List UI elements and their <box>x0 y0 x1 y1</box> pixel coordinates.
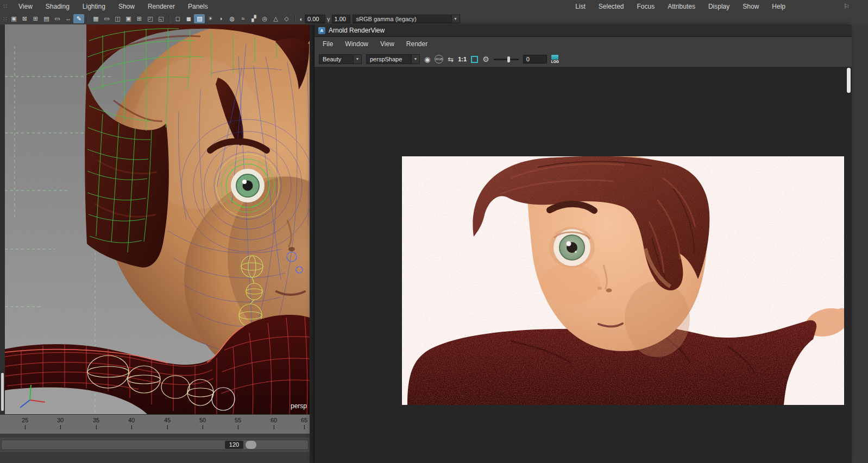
menu-renderer[interactable]: Renderer <box>141 0 181 13</box>
panel-divider[interactable] <box>310 24 314 463</box>
slider-knob[interactable] <box>507 56 510 62</box>
pin-panel-icon[interactable]: ⚐ <box>844 3 850 10</box>
rendered-image <box>402 156 844 405</box>
timeline-tick: 65 <box>301 417 307 429</box>
lock-camera-icon[interactable]: ⊠ <box>19 14 30 23</box>
x-ray-icon[interactable]: ◇ <box>281 14 292 23</box>
timeline-tick: 45 <box>164 417 171 429</box>
timeline-tick: 30 <box>57 417 64 429</box>
aov-value: Beauty <box>319 54 354 64</box>
screen-space-ao-icon[interactable]: ◍ <box>227 14 237 23</box>
textured-icon[interactable]: ▨ <box>194 14 205 23</box>
image-plane-icon[interactable]: ▭ <box>52 14 62 23</box>
anti-aliasing-icon[interactable]: ▞ <box>248 14 259 23</box>
exposure-icon[interactable]: ◐ <box>299 16 303 22</box>
gear-icon[interactable]: ⚙ <box>482 55 489 64</box>
timeline-tick: 60 <box>271 417 277 429</box>
chevron-down-icon[interactable]: ▼ <box>354 54 362 64</box>
render-region-icon[interactable]: ◉ <box>424 56 430 63</box>
timeline-tick: 50 <box>199 417 206 429</box>
range-slider-handle[interactable] <box>246 441 256 449</box>
render-view-canvas[interactable] <box>315 67 852 463</box>
depth-of-field-icon[interactable]: ◎ <box>259 14 270 23</box>
toolbar-separator <box>169 15 169 23</box>
motion-blur-icon[interactable]: ≈ <box>237 14 248 23</box>
end-frame-field[interactable]: 120 <box>225 441 243 449</box>
window-title-bar[interactable]: A Arnold RenderView <box>315 24 852 37</box>
resolution-gate-icon[interactable]: ◫ <box>112 14 123 23</box>
two-d-pan-zoom-icon[interactable]: ↔ <box>62 14 73 23</box>
menu-focus[interactable]: Focus <box>631 0 662 13</box>
crop-region-icon[interactable] <box>471 56 478 63</box>
time-slider[interactable]: 25 30 35 40 45 50 55 60 65 <box>0 414 310 434</box>
isolate-select-icon[interactable]: △ <box>270 14 281 23</box>
menu-selected[interactable]: Selected <box>592 0 631 13</box>
use-all-lights-icon[interactable]: ☀ <box>205 14 216 23</box>
menu-shading[interactable]: Shading <box>39 0 76 13</box>
menu-show-right[interactable]: Show <box>736 0 765 13</box>
timeline-tick-label: 60 <box>271 417 277 423</box>
vertical-scrollbar-thumb[interactable] <box>1 373 4 411</box>
wireframe-icon[interactable]: ◻ <box>172 14 183 23</box>
refinement-slider[interactable] <box>494 59 519 60</box>
menu-view[interactable]: View <box>12 0 39 13</box>
toolbar-grip-icon[interactable]: ∷ <box>3 16 6 22</box>
menu-view[interactable]: View <box>374 37 400 52</box>
safe-action-icon[interactable]: ◰ <box>144 14 155 23</box>
menu-lighting[interactable]: Lighting <box>76 0 112 13</box>
menu-list[interactable]: List <box>569 0 592 13</box>
timeline-tick-label: 65 <box>301 417 307 423</box>
menu-render[interactable]: Render <box>400 37 433 52</box>
viewport-toolbar: ∷ ▣ ⊠ ⊞ ▤ ▭ ↔ ✎ ▦ ▭ ◫ ▣ ⊞ ◰ ◱ ◻ ◼ ▨ ☀ ◗ … <box>0 13 868 24</box>
menu-attributes[interactable]: Attributes <box>661 0 702 13</box>
grease-pencil-icon[interactable]: ✎ <box>73 14 84 23</box>
shaded-icon[interactable]: ◼ <box>183 14 194 23</box>
rgb-channels-icon[interactable]: RGB <box>435 55 443 64</box>
menu-window[interactable]: Window <box>339 37 374 52</box>
camera-dropdown[interactable]: perspShape ▼ <box>366 54 420 64</box>
timeline-tick: 25 <box>22 417 28 429</box>
film-gate-icon[interactable]: ▭ <box>101 14 112 23</box>
menu-file[interactable]: File <box>317 37 339 52</box>
viewport-canvas <box>5 24 310 414</box>
range-slider: 120 <box>0 437 310 452</box>
camera-value: perspShape <box>366 54 412 64</box>
log-button[interactable]: LOG <box>551 55 559 64</box>
range-slider-track[interactable] <box>1 440 309 450</box>
toolbar-separator <box>87 15 87 23</box>
field-chart-icon[interactable]: ⊞ <box>134 14 144 23</box>
chevron-down-icon[interactable]: ▼ <box>412 54 420 64</box>
iterations-field[interactable]: 0 <box>523 55 547 64</box>
shadows-icon[interactable]: ◗ <box>216 14 227 23</box>
exposure-field[interactable]: 0.00 <box>305 15 325 23</box>
chevron-down-icon[interactable]: ▼ <box>451 15 460 23</box>
gamma-field[interactable]: 1.00 <box>332 15 350 23</box>
aov-dropdown[interactable]: Beauty ▼ <box>319 54 362 64</box>
timeline-tick-label: 45 <box>164 417 171 423</box>
maya-menu-bar: ∷ View Shading Lighting Show Renderer Pa… <box>0 0 868 13</box>
log-icon <box>551 55 558 60</box>
zoom-ratio-button[interactable]: 1:1 <box>458 56 467 62</box>
window-title: Arnold RenderView <box>329 27 385 34</box>
vertical-scrollbar-thumb[interactable] <box>847 68 851 93</box>
gamma-icon[interactable]: γ <box>327 16 330 22</box>
grid-icon[interactable]: ▦ <box>90 14 101 23</box>
view-transform-dropdown[interactable]: sRGB gamma (legacy) ▼ <box>353 15 460 23</box>
select-camera-icon[interactable]: ▣ <box>8 14 19 23</box>
bookmark-icon[interactable]: ▤ <box>41 14 52 23</box>
safe-title-icon[interactable]: ◱ <box>155 14 166 23</box>
panel-grip-icon[interactable]: ∷ <box>3 3 7 10</box>
view-transform-value: sRGB gamma (legacy) <box>353 15 451 23</box>
timeline-tick-label: 40 <box>128 417 135 423</box>
menu-help[interactable]: Help <box>765 0 792 13</box>
timeline-tick-label: 25 <box>22 417 28 423</box>
menu-panels[interactable]: Panels <box>181 0 215 13</box>
gate-mask-icon[interactable]: ▣ <box>123 14 134 23</box>
swap-ab-icon[interactable]: ⇆ <box>448 56 454 63</box>
menu-show[interactable]: Show <box>112 0 141 13</box>
camera-attributes-icon[interactable]: ⊞ <box>30 14 41 23</box>
timeline-tick-label: 55 <box>235 417 241 423</box>
timeline-tick-label: 30 <box>57 417 64 423</box>
menu-display[interactable]: Display <box>702 0 736 13</box>
perspective-viewport[interactable]: persp <box>5 24 310 414</box>
